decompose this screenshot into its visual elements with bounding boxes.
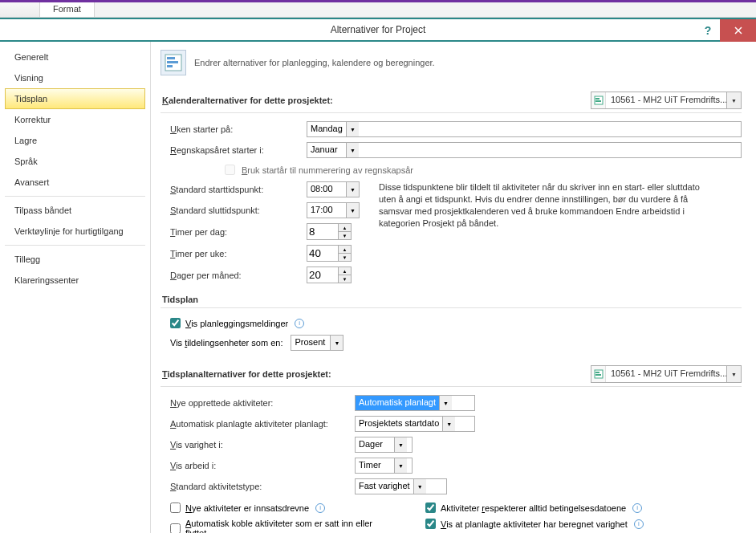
calendar-note: Disse tidspunktene blir tildelt til akti… — [379, 181, 700, 229]
check-option: Aktiviteter respekterer alltid betingels… — [417, 501, 698, 515]
sidebar: GenereltVisningTidsplanKorrekturLagreSpr… — [0, 42, 151, 533]
check-show-scheduling-messages[interactable] — [170, 318, 181, 328]
svg-rect-9 — [595, 374, 601, 376]
label-hours-per-week: Timer per uke: — [170, 249, 307, 258]
select-work-in[interactable]: Timer▼ — [355, 458, 413, 474]
chevron-down-icon[interactable]: ▼ — [726, 92, 741, 108]
check-label: Vis at planlagte aktiviteter har beregne… — [441, 519, 628, 529]
select-week-starts[interactable]: Mandag▼ — [307, 121, 742, 137]
sidebar-item-avansert[interactable]: Avansert — [5, 172, 145, 193]
ribbon-tab-format[interactable]: Format — [40, 0, 95, 17]
input-hours-per-day[interactable]: ▲▼ — [307, 223, 352, 240]
svg-rect-1 — [167, 57, 175, 59]
sidebar-item-tidsplan[interactable]: Tidsplan — [5, 88, 145, 109]
check-label: Nye aktiviteter er innsatsdrevne — [185, 503, 309, 513]
sidebar-item-korrektur[interactable]: Korrektur — [5, 109, 145, 130]
content-pane: Endrer alternativer for planlegging, kal… — [151, 42, 756, 533]
check-label: Automatisk koble aktiviteter som er satt… — [185, 519, 395, 533]
label-fiscal-year: Regnskapsåret starter i: — [170, 145, 307, 155]
label-end-time: Standard sluttidspunkt: — [170, 205, 307, 215]
check-fy-numbering — [225, 165, 235, 175]
project-selector-schedule[interactable]: 10561 - MH2 UiT Fremdrifts... ▼ — [591, 365, 742, 383]
select-fiscal-year[interactable]: Januar▼ — [307, 142, 742, 158]
group-schedule-options: Tidsplanalternativer for dette prosjekte… — [161, 360, 742, 387]
select-auto-scheduled[interactable]: Prosjektets startdato▼ — [355, 416, 475, 432]
project-selector-calendar[interactable]: 10561 - MH2 UiT Fremdrifts... ▼ — [591, 92, 742, 109]
svg-rect-6 — [595, 100, 601, 102]
label-new-tasks: Nye opprettede aktiviteter: — [170, 398, 355, 408]
label-assignment-units: Vis tildelingsenheter som en: — [170, 338, 282, 348]
svg-rect-3 — [167, 65, 173, 67]
info-icon[interactable]: i — [295, 319, 304, 328]
input-days-per-month[interactable]: ▲▼ — [307, 266, 352, 283]
svg-rect-2 — [167, 61, 178, 63]
select-end-time[interactable]: 17:00▼ — [307, 202, 360, 218]
group-schedule: Tidsplan — [161, 290, 742, 308]
check-label: Aktiviteter respekterer alltid betingels… — [441, 503, 626, 513]
close-button[interactable] — [720, 19, 756, 42]
sidebar-item-klareringssenter[interactable]: Klareringssenter — [5, 270, 145, 291]
sidebar-item-verktøylinje-for-hurtigtilgang[interactable]: Verktøylinje for hurtigtilgang — [5, 221, 145, 242]
checkbox[interactable] — [170, 523, 181, 534]
section-description: Endrer alternativer for planlegging, kal… — [194, 58, 435, 67]
info-icon[interactable]: i — [315, 503, 325, 513]
label-start-time: Standard starttidspunkt: — [170, 185, 307, 194]
label-show-scheduling-messages: Vis planleggingsmeldinger — [185, 319, 288, 328]
select-start-time[interactable]: 08:00▼ — [307, 181, 360, 197]
check-option: Automatisk koble aktiviteter som er satt… — [162, 517, 395, 533]
select-new-tasks[interactable]: Automatisk planlagt▼ — [355, 395, 475, 411]
label-work-in: Vis arbeid i: — [170, 461, 355, 470]
sidebar-item-generelt[interactable]: Generelt — [5, 47, 145, 67]
label-hours-per-day: Timer per dag: — [170, 227, 307, 237]
select-default-task-type[interactable]: Fast varighet▼ — [355, 478, 447, 494]
sidebar-item-visning[interactable]: Visning — [5, 67, 145, 88]
svg-rect-5 — [595, 98, 600, 100]
label-fy-numbering: Bruk startår til nummerering av regnskap… — [242, 165, 413, 175]
label-days-per-month: Dager per måned: — [170, 271, 307, 280]
label-week-starts: Uken starter på: — [170, 124, 307, 134]
help-button[interactable]: ? — [696, 19, 720, 42]
check-option: Vis at planlagte aktiviteter har beregne… — [417, 517, 698, 531]
label-auto-scheduled: Automatisk planlagte aktiviteter planlag… — [170, 419, 355, 429]
project-icon — [591, 366, 606, 382]
dialog-titlebar: Alternativer for Project ? — [0, 18, 756, 40]
checkbox[interactable] — [425, 502, 436, 513]
chevron-down-icon[interactable]: ▼ — [726, 366, 741, 382]
select-assignment-units[interactable]: Prosent▼ — [291, 335, 343, 351]
close-icon — [734, 26, 742, 35]
check-option: Nye aktiviteter er innsatsdrevnei — [162, 501, 395, 515]
group-calendar-options: Kalenderalternativer for dette prosjekte… — [161, 87, 742, 113]
label-duration-in: Vis varighet i: — [170, 440, 355, 450]
ribbon-tab-label: Format — [53, 4, 81, 14]
sidebar-item-tilpass-båndet[interactable]: Tilpass båndet — [5, 200, 145, 221]
dialog-title: Alternativer for Project — [331, 24, 426, 35]
project-icon — [591, 92, 606, 108]
info-icon[interactable]: i — [632, 503, 642, 513]
sidebar-item-språk[interactable]: Språk — [5, 151, 145, 172]
select-duration-in[interactable]: Dager▼ — [355, 437, 413, 453]
checkbox[interactable] — [425, 519, 436, 529]
svg-rect-8 — [595, 372, 600, 373]
info-icon[interactable]: i — [634, 519, 644, 529]
label-default-task-type: Standard aktivitetstype: — [170, 482, 355, 491]
schedule-icon — [161, 50, 186, 75]
input-hours-per-week[interactable]: ▲▼ — [307, 245, 352, 262]
sidebar-item-tillegg[interactable]: Tillegg — [5, 249, 145, 270]
sidebar-item-lagre[interactable]: Lagre — [5, 130, 145, 151]
checkbox[interactable] — [170, 502, 181, 513]
